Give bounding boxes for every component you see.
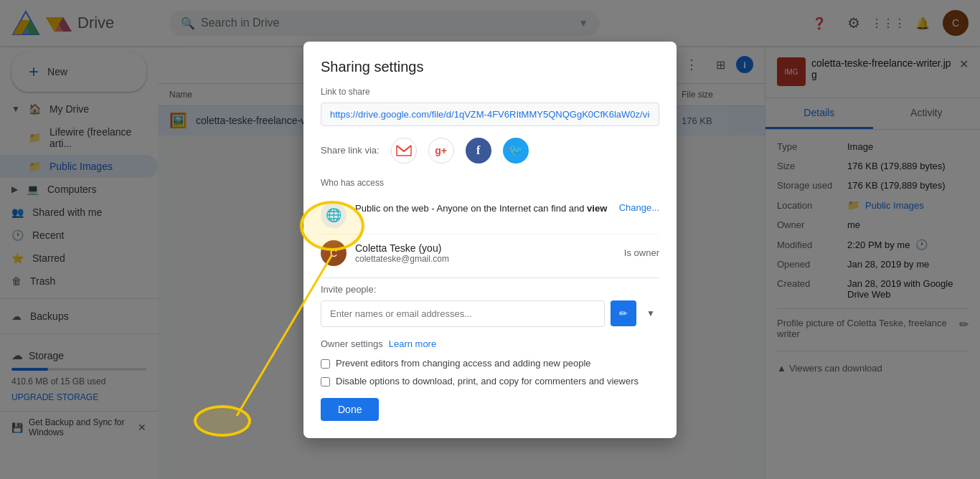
checkbox-prevent-editors: Prevent editors from changing access and… [321,358,659,369]
public-access-info: Public on the web - Anyone on the Intern… [355,202,611,215]
user-email: colettateske@gmail.com [355,254,616,264]
invite-input-row: ✏ ▼ [321,300,659,327]
share-via-label: Share link via: [321,145,380,156]
share-via-row: Share link via: g+ f 🐦 [321,138,659,163]
twitter-share-button[interactable]: 🐦 [503,138,529,163]
link-section: Link to share [321,87,659,126]
invite-label: Invite people: [321,284,659,295]
dialog-actions: Done [321,386,659,421]
public-access-row: 🌐 Public on the web - Anyone on the Inte… [321,196,659,234]
learn-more-link[interactable]: Learn more [389,338,436,349]
user-access-row: C Coletta Teske (you) colettateske@gmail… [321,234,659,272]
prevent-editors-label: Prevent editors from changing access and… [336,358,591,369]
facebook-share-button[interactable]: f [466,138,491,163]
link-input[interactable] [321,103,659,126]
owner-settings-label: Owner settings [321,338,383,349]
user-role: Is owner [624,247,659,258]
invite-edit-button[interactable]: ✏ [611,300,636,326]
dialog-title: Sharing settings [303,42,677,87]
modal-overlay: Sharing settings Link to share Share lin… [0,0,980,479]
gmail-share-button[interactable] [391,138,417,163]
globe-avatar: 🌐 [321,202,347,228]
user-name: Coletta Teske (you) [355,242,616,254]
change-access-button[interactable]: Change... [619,202,659,213]
who-has-access-label: Who has access [321,178,659,188]
sharing-dialog: Sharing settings Link to share Share lin… [303,42,677,438]
public-access-text: Public on the web - Anyone on the Intern… [355,202,611,215]
who-has-access-section: Who has access 🌐 Public on the web - Any… [321,178,659,272]
link-label: Link to share [321,87,659,97]
disable-options-checkbox[interactable] [321,377,330,386]
invite-dropdown-button[interactable]: ▼ [642,300,659,326]
invite-input[interactable] [321,300,605,327]
invite-section: Invite people: ✏ ▼ [321,284,659,327]
owner-settings-header: Owner settings Learn more [321,338,659,349]
user-avatar-small: C [321,240,347,266]
owner-settings-section: Owner settings Learn more Prevent editor… [321,338,659,386]
prevent-editors-checkbox[interactable] [321,359,330,369]
gplus-share-button[interactable]: g+ [428,138,454,163]
checkbox-disable-options: Disable options to download, print, and … [321,376,659,386]
user-info: Coletta Teske (you) colettateske@gmail.c… [355,242,616,264]
done-button[interactable]: Done [321,398,379,421]
disable-options-label: Disable options to download, print, and … [336,376,639,386]
dialog-body: Link to share Share link via: g+ f 🐦 Who [303,87,677,438]
